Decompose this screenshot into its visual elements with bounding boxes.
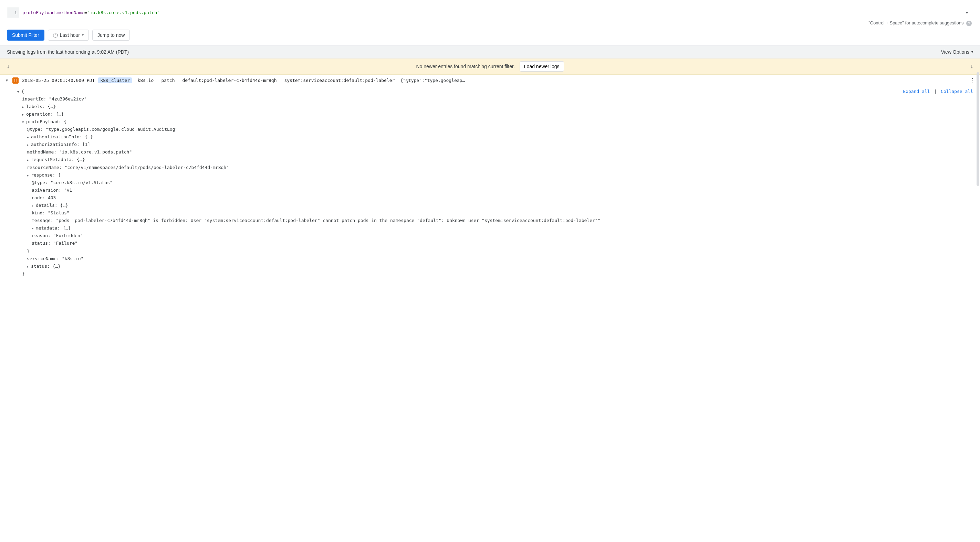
json-line[interactable]: reason: "Forbidden" <box>17 232 973 239</box>
json-line[interactable]: methodName: "io.k8s.core.v1.pods.patch" <box>17 148 973 156</box>
collapse-all-link[interactable]: Collapse all <box>941 89 973 94</box>
query-value: "io.k8s.core.v1.pods.patch" <box>87 10 160 15</box>
json-line[interactable]: kind: "Status" <box>17 209 973 217</box>
json-line[interactable]: message: "pods "pod-labeler-c7b4fd44d-mr… <box>17 217 973 224</box>
clock-icon <box>53 33 58 38</box>
load-newer-logs-button[interactable]: Load newer logs <box>520 61 564 71</box>
log-timestamp: 2018-05-25 09:01:40.000 PDT <box>22 78 95 83</box>
help-icon[interactable]: ? <box>966 21 972 26</box>
json-line[interactable]: status: "Failure" <box>17 239 973 247</box>
json-line[interactable]: ▼{ <box>17 88 973 95</box>
tag-principal[interactable]: system:serviceaccount:default:pod-labele… <box>282 78 397 83</box>
expand-collapse-actions: Expand all | Collapse all <box>903 88 973 95</box>
tag-cluster[interactable]: k8s_cluster <box>98 78 132 83</box>
severity-warning-icon: !! <box>13 78 19 84</box>
tag-verb[interactable]: patch <box>159 78 177 83</box>
json-line[interactable]: ▶authenticationInfo: {…} <box>17 133 973 141</box>
json-line[interactable]: apiVersion: "v1" <box>17 187 973 194</box>
jump-to-now-button[interactable]: Jump to now <box>92 30 130 41</box>
chevron-down-icon: ▾ <box>82 33 84 37</box>
log-entry-body: Expand all | Collapse all ▼{ insertId: "… <box>0 86 980 285</box>
tag-resource[interactable]: default:pod-labeler-c7b4fd44d-mr8qh <box>180 78 279 83</box>
scrollbar-thumb[interactable] <box>977 72 979 186</box>
chevron-down-icon: ▾ <box>971 50 973 54</box>
scroll-down-icon[interactable]: ↓ <box>5 63 12 70</box>
status-bar: Showing logs from the last hour ending a… <box>0 46 980 59</box>
line-number: 1 <box>7 7 19 18</box>
log-json-preview: {"@type":"type.googleap… <box>400 78 465 83</box>
collapse-icon[interactable]: ▼ <box>5 78 9 82</box>
json-line[interactable]: ▶status: {…} <box>17 263 973 270</box>
query-editor[interactable]: 1 protoPayload.methodName="io.k8s.core.v… <box>7 7 973 18</box>
toolbar: Submit Filter Last hour ▾ Jump to now <box>0 30 980 46</box>
tag-service[interactable]: k8s.io <box>135 78 156 83</box>
json-line[interactable]: @type: "type.googleapis.com/google.cloud… <box>17 125 973 133</box>
json-line[interactable]: resourceName: "core/v1/namespaces/defaul… <box>17 164 973 171</box>
status-text: Showing logs from the last hour ending a… <box>7 49 129 55</box>
load-newer-bar: ↓ No newer entries found matching curren… <box>0 59 980 74</box>
query-op: = <box>84 10 87 15</box>
log-entry-header[interactable]: ▼ !! 2018-05-25 09:01:40.000 PDT k8s_clu… <box>0 74 980 86</box>
no-newer-entries-text: No newer entries found matching current … <box>416 63 514 69</box>
json-line[interactable]: ▶metadata: {…} <box>17 224 973 232</box>
json-line[interactable]: insertId: "4zu396ew2icv" <box>17 95 973 103</box>
submit-filter-button[interactable]: Submit Filter <box>7 30 45 41</box>
json-line[interactable]: ▼response: { <box>17 171 973 179</box>
json-line[interactable]: ▶labels: {…} <box>17 103 973 111</box>
json-line[interactable]: @type: "core.k8s.io/v1.Status" <box>17 179 973 187</box>
json-line[interactable]: serviceName: "k8s.io" <box>17 255 973 263</box>
time-range-button[interactable]: Last hour ▾ <box>48 30 89 41</box>
json-line[interactable]: ▶requestMetadata: {…} <box>17 156 973 163</box>
query-text[interactable]: protoPayload.methodName="io.k8s.core.v1.… <box>19 7 961 18</box>
json-line[interactable]: ▼protoPayload: { <box>17 118 973 125</box>
json-line[interactable]: ▶operation: {…} <box>17 111 973 118</box>
json-line[interactable]: } <box>17 270 973 278</box>
view-options-button[interactable]: View Options ▾ <box>941 49 973 55</box>
expand-all-link[interactable]: Expand all <box>903 89 930 94</box>
json-line[interactable]: } <box>17 247 973 255</box>
json-line[interactable]: ▶authorizationInfo: [1] <box>17 141 973 148</box>
more-menu-icon[interactable]: ⋮ <box>969 77 975 84</box>
query-key: protoPayload.methodName <box>22 10 84 15</box>
query-dropdown-icon[interactable]: ▾ <box>961 7 973 18</box>
json-line[interactable]: code: 403 <box>17 194 973 202</box>
scroll-down-icon-right[interactable]: ↓ <box>968 63 975 70</box>
json-line[interactable]: ▶details: {…} <box>17 202 973 209</box>
autocomplete-hint: "Control + Space" for autocomplete sugge… <box>0 18 980 30</box>
